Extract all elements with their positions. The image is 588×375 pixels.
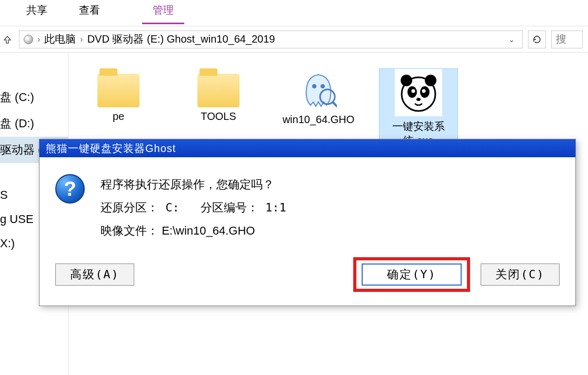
svg-point-0	[312, 84, 316, 88]
highlight-annotation: 确定(Y)	[353, 257, 470, 292]
file-item-tools[interactable]: TOOLS	[179, 68, 258, 123]
ok-button[interactable]: 确定(Y)	[362, 263, 462, 286]
svg-point-10	[422, 89, 426, 93]
refresh-button[interactable]	[528, 31, 546, 48]
file-item-gho[interactable]: win10_64.GHO	[279, 68, 358, 126]
disc-icon	[24, 35, 33, 44]
dialog-buttons: 高级(A) 确定(Y) 关闭(C)	[39, 248, 575, 306]
partition-label: 还原分区：	[101, 201, 158, 214]
file-label: pe	[113, 110, 124, 123]
close-button[interactable]: 关闭(C)	[481, 263, 560, 286]
confirm-dialog: 熊猫一键硬盘安装器Ghost ? 程序将执行还原操作，您确定吗？ 还原分区： C…	[39, 139, 576, 306]
svg-point-6	[425, 75, 436, 86]
sidebar-item-c[interactable]: 盘 (C:)	[0, 84, 68, 110]
svg-point-11	[416, 98, 421, 101]
ribbon-tab-manage[interactable]: 管理	[142, 0, 184, 24]
ribbon-tab-view[interactable]: 查看	[68, 0, 111, 23]
file-label: TOOLS	[201, 110, 236, 123]
partno-value: 1:1	[265, 201, 286, 214]
search-placeholder: 搜	[556, 32, 566, 46]
file-label: win10_64.GHO	[283, 114, 355, 126]
chevron-right-icon: ›	[37, 35, 40, 44]
panda-icon	[395, 69, 442, 116]
partno-label: 分区编号：	[201, 201, 258, 214]
question-icon: ?	[55, 174, 85, 204]
image-label: 映像文件：	[101, 224, 158, 237]
address-bar: › 此电脑 › DVD 驱动器 (E:) Ghost_win10_64_2019…	[0, 26, 588, 53]
svg-point-1	[321, 84, 325, 88]
ribbon-tab-share[interactable]: 共享	[16, 0, 58, 23]
partition-value: C:	[165, 201, 180, 214]
folder-icon	[97, 74, 139, 107]
search-input[interactable]: 搜	[551, 31, 583, 48]
svg-line-3	[333, 102, 337, 107]
file-item-exe[interactable]: 一键安装系统.exe	[379, 68, 458, 148]
nav-up-icon[interactable]	[1, 33, 14, 46]
breadcrumb-drive[interactable]: DVD 驱动器 (E:) Ghost_win10_64_2019	[87, 32, 275, 46]
dialog-text: 程序将执行还原操作，您确定吗？ 还原分区： C: 分区编号： 1:1 映像文件：…	[101, 173, 286, 242]
chevron-right-icon: ›	[80, 35, 83, 44]
breadcrumb[interactable]: › 此电脑 › DVD 驱动器 (E:) Ghost_win10_64_2019…	[19, 31, 523, 48]
image-value: E:\win10_64.GHO	[162, 224, 255, 237]
folder-icon	[197, 74, 240, 107]
sidebar-item-d[interactable]: 盘 (D:)	[0, 110, 68, 137]
dialog-body: ? 程序将执行还原操作，您确定吗？ 还原分区： C: 分区编号： 1:1 映像文…	[39, 157, 575, 248]
svg-point-5	[401, 75, 412, 86]
ghost-icon	[300, 68, 337, 110]
advanced-button[interactable]: 高级(A)	[55, 263, 134, 286]
breadcrumb-this-pc[interactable]: 此电脑	[44, 32, 76, 46]
file-item-pe[interactable]: pe	[79, 68, 158, 123]
ribbon-tabs: 共享 查看 管理	[0, 0, 588, 26]
dialog-title: 熊猫一键硬盘安装器Ghost	[39, 139, 575, 157]
dialog-message: 程序将执行还原操作，您确定吗？	[101, 173, 286, 196]
chevron-down-icon[interactable]: ⌄	[505, 35, 518, 44]
svg-point-9	[412, 89, 415, 93]
